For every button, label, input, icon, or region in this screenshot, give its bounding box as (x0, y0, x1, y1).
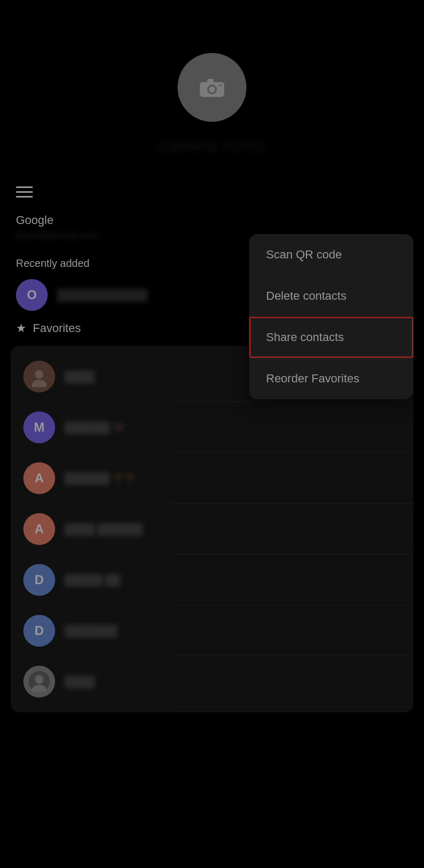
main-content: Google blurred@email.com Recently added … (0, 186, 424, 712)
favorite-avatar-1 (23, 361, 55, 392)
favorite-name-2: ██████ 🩷 (65, 422, 401, 434)
contact-avatar-o: O (16, 279, 48, 311)
favorite-name-3: ██████ 🏆🏆 (65, 472, 401, 485)
favorite-name-4: ████ ██████ (65, 523, 401, 535)
favorite-name-5: █████ ██ (65, 574, 401, 586)
favorite-item-4[interactable]: A ████ ██████ (11, 504, 413, 554)
favorites-list: ████ M ██████ 🩷 A ██████ 🏆🏆 A ████ █████… (11, 346, 413, 712)
hamburger-line-3 (16, 196, 33, 198)
google-account-label: Google (16, 213, 408, 227)
delete-contacts-item[interactable]: Delete contacts (249, 275, 413, 317)
favorite-name-7: ████ (65, 676, 401, 688)
scan-qr-code-item[interactable]: Scan QR code (249, 234, 413, 275)
favorite-item-5[interactable]: D █████ ██ (11, 554, 413, 605)
star-icon: ★ (16, 321, 26, 335)
favorite-item-6[interactable]: D ███████ (11, 605, 413, 656)
profile-name: Camera Fonts (158, 138, 265, 155)
favorite-item-2[interactable]: M ██████ 🩷 (11, 402, 413, 453)
favorites-label: Favorites (33, 321, 81, 335)
favorite-item-3[interactable]: A ██████ 🏆🏆 (11, 453, 413, 504)
favorite-avatar-2: M (23, 411, 55, 443)
svg-point-2 (209, 86, 215, 93)
favorite-item-7[interactable]: ████ (11, 656, 413, 707)
favorite-name-6: ███████ (65, 625, 401, 637)
favorite-avatar-5: D (23, 564, 55, 596)
favorite-avatar-4: A (23, 513, 55, 545)
hamburger-menu-button[interactable] (16, 186, 408, 198)
context-menu: Scan QR code Delete contacts Share conta… (249, 234, 413, 399)
favorite-avatar-6: D (23, 615, 55, 647)
svg-rect-4 (219, 84, 222, 86)
hamburger-line-2 (16, 191, 33, 193)
svg-point-6 (35, 370, 43, 379)
svg-point-9 (35, 675, 43, 684)
profile-avatar (178, 53, 246, 122)
svg-rect-3 (207, 79, 214, 83)
share-contacts-item[interactable]: Share contacts (249, 317, 413, 358)
camera-icon (199, 77, 225, 98)
profile-section: Camera Fonts (0, 0, 424, 186)
favorite-avatar-3: A (23, 462, 55, 494)
hamburger-line-1 (16, 186, 33, 188)
favorite-avatar-7 (23, 666, 55, 697)
reorder-favorites-item[interactable]: Reorder Favorites (249, 358, 413, 399)
